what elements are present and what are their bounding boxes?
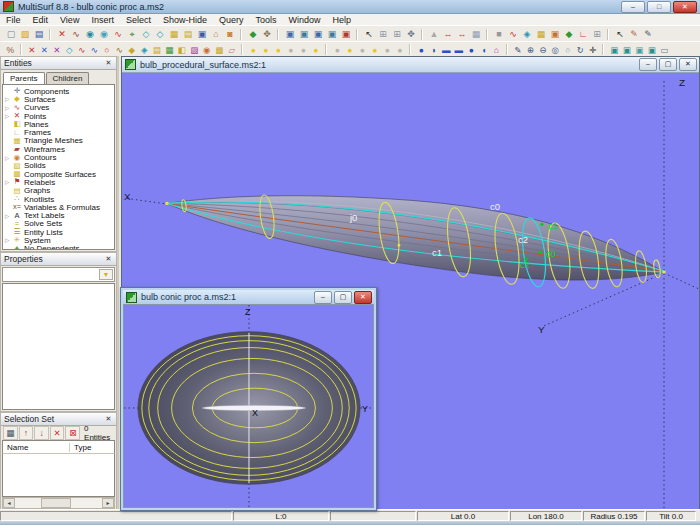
pan-view-icon[interactable]: ✛ bbox=[587, 43, 600, 56]
selection-move-down-icon[interactable]: ↓ bbox=[34, 426, 49, 440]
menu-item[interactable]: Window bbox=[282, 15, 326, 25]
front-view-restore-button[interactable]: ▢ bbox=[334, 291, 352, 304]
front-viewport[interactable]: Z X Y bbox=[123, 304, 374, 508]
bulb-group2-1-icon[interactable]: ● bbox=[331, 43, 344, 56]
show-all-bulb-icon[interactable]: ● bbox=[272, 43, 285, 56]
zoom-previous-icon[interactable]: ○ bbox=[562, 43, 575, 56]
insert-entity-icon[interactable]: ◆ bbox=[246, 28, 260, 41]
eye-point-icon[interactable]: ◉ bbox=[83, 28, 97, 41]
window-new-icon[interactable]: ▣ bbox=[646, 43, 659, 56]
select-grid-icon[interactable]: ⊞ bbox=[376, 28, 390, 41]
surface-cyan2-icon[interactable]: ◇ bbox=[153, 28, 167, 41]
menu-item[interactable]: Edit bbox=[27, 15, 55, 25]
pen-red-icon[interactable]: ✎ bbox=[627, 28, 641, 41]
arrows2-icon[interactable]: ↔ bbox=[455, 28, 469, 41]
expand-arrow-icon[interactable] bbox=[5, 105, 12, 111]
rotate-view-icon[interactable]: ↻ bbox=[574, 43, 587, 56]
menu-item[interactable]: Select bbox=[120, 15, 157, 25]
bulb-group2-4-icon[interactable]: ● bbox=[369, 43, 382, 56]
select-grid2-icon[interactable]: ⊞ bbox=[390, 28, 404, 41]
orange-box-icon[interactable]: ▣ bbox=[548, 28, 562, 41]
open-file-icon[interactable]: ▨ bbox=[18, 28, 32, 41]
tree-item[interactable]: ▤ Graphs bbox=[3, 187, 114, 195]
lamp-icon[interactable]: ◙ bbox=[223, 28, 237, 41]
zoom-out-icon[interactable]: ⊖ bbox=[537, 43, 550, 56]
selection-clear-icon[interactable]: ⊠ bbox=[65, 426, 80, 440]
bulb-group2-5-icon[interactable]: ● bbox=[381, 43, 394, 56]
expand-arrow-icon[interactable] bbox=[5, 213, 12, 219]
expand-arrow-icon[interactable] bbox=[5, 237, 12, 243]
window-tile-icon[interactable]: ▣ bbox=[621, 43, 634, 56]
window-4-icon[interactable]: ▣ bbox=[325, 28, 339, 41]
hide-bulb-icon[interactable]: ● bbox=[285, 43, 298, 56]
main-view-close-button[interactable]: ✕ bbox=[679, 58, 697, 71]
zoom-in-icon[interactable]: ⊕ bbox=[524, 43, 537, 56]
view-perspective-icon[interactable]: ● bbox=[415, 43, 428, 56]
column-header[interactable]: Type bbox=[70, 443, 91, 452]
grid3-icon[interactable]: ⊞ bbox=[590, 28, 604, 41]
scroll-right-icon[interactable]: ▸ bbox=[102, 498, 114, 508]
delete-entity-icon[interactable]: ✕ bbox=[55, 28, 69, 41]
window-3-icon[interactable]: ▣ bbox=[311, 28, 325, 41]
menu-item[interactable]: View bbox=[54, 15, 85, 25]
composite-tool-icon[interactable]: ▩ bbox=[213, 43, 226, 56]
solid-entity-icon[interactable]: ▣ bbox=[195, 28, 209, 41]
eye-point-alt-icon[interactable]: ◉ bbox=[97, 28, 111, 41]
pointer2-icon[interactable]: ↖ bbox=[613, 28, 627, 41]
cyan-gem-icon[interactable]: ◈ bbox=[520, 28, 534, 41]
yellow-mesh-icon[interactable]: ▦ bbox=[534, 28, 548, 41]
menu-item[interactable]: Tools bbox=[249, 15, 282, 25]
select-pointer-icon[interactable]: ↖ bbox=[362, 28, 376, 41]
fit-curve-icon[interactable]: ∿ bbox=[69, 28, 83, 41]
home-perspective-icon[interactable]: ⌂ bbox=[490, 43, 503, 56]
line-tool-icon[interactable]: ∿ bbox=[76, 43, 89, 56]
show-selected-bulb-icon[interactable]: ● bbox=[260, 43, 273, 56]
ccurve-tool-icon[interactable]: ◆ bbox=[126, 43, 139, 56]
window-2-icon[interactable]: ▣ bbox=[297, 28, 311, 41]
selection-move-up-icon[interactable]: ↑ bbox=[19, 426, 34, 440]
front-view-titlebar[interactable]: bulb conic proc a.ms2:1 – ▢ ✕ bbox=[123, 290, 374, 304]
message-window-icon[interactable]: ▭ bbox=[658, 43, 671, 56]
front-view-minimize-button[interactable]: – bbox=[314, 291, 332, 304]
main-view-restore-button[interactable]: ▢ bbox=[659, 58, 677, 71]
tree-item[interactable]: ✦ No Dependents bbox=[3, 245, 114, 250]
measure-icon[interactable]: ▲ bbox=[427, 28, 441, 41]
blend-surface-tool-icon[interactable]: ▦ bbox=[163, 43, 176, 56]
save-file-icon[interactable]: ▤ bbox=[32, 28, 46, 41]
ruled-surface-tool-icon[interactable]: ▤ bbox=[151, 43, 164, 56]
properties-close-icon[interactable]: ✕ bbox=[104, 255, 113, 263]
app-titlebar[interactable]: MultiSurf 8.8 - bulb conic proc a.ms2 – … bbox=[0, 0, 700, 14]
properties-name-field[interactable]: ▼ bbox=[2, 267, 115, 282]
point-tool-icon[interactable]: ✕ bbox=[26, 43, 39, 56]
snap-mode-icon[interactable]: ✥ bbox=[260, 28, 274, 41]
bulb-group2-3-icon[interactable]: ● bbox=[356, 43, 369, 56]
sheet-entity-icon[interactable]: ▤ bbox=[181, 28, 195, 41]
expand-arrow-icon[interactable] bbox=[5, 179, 12, 185]
column-header[interactable]: Name bbox=[3, 443, 70, 452]
eraser-tool-icon[interactable]: ▱ bbox=[226, 43, 239, 56]
mesh-entity-icon[interactable]: ▦ bbox=[167, 28, 181, 41]
arrows-icon[interactable]: ↔ bbox=[441, 28, 455, 41]
app-minimize-button[interactable]: – bbox=[621, 1, 645, 13]
view-back-icon[interactable]: ◖ bbox=[478, 43, 491, 56]
expand-arrow-icon[interactable] bbox=[5, 96, 12, 102]
select-multi-icon[interactable]: ✥ bbox=[404, 28, 418, 41]
app-close-button[interactable]: ✕ bbox=[673, 1, 697, 13]
view-side-icon[interactable]: ▬ bbox=[440, 43, 453, 56]
hide-selected-bulb-icon[interactable]: ● bbox=[297, 43, 310, 56]
green-gem-icon[interactable]: ◆ bbox=[562, 28, 576, 41]
bulb-group2-6-icon[interactable]: ● bbox=[394, 43, 407, 56]
surface-cyan-icon[interactable]: ◇ bbox=[139, 28, 153, 41]
snake-tool-icon[interactable]: ◈ bbox=[138, 43, 151, 56]
toggle-visibility-bulb-icon[interactable]: ● bbox=[310, 43, 323, 56]
contour-tool-icon[interactable]: ◉ bbox=[201, 43, 214, 56]
window-1-icon[interactable]: ▣ bbox=[283, 28, 297, 41]
magnet-tool-icon[interactable]: ✕ bbox=[51, 43, 64, 56]
menu-item[interactable]: Insert bbox=[85, 15, 120, 25]
menu-item[interactable]: Query bbox=[213, 15, 250, 25]
show-bulb-icon[interactable]: ● bbox=[247, 43, 260, 56]
edit-curve-icon[interactable]: ∿ bbox=[111, 28, 125, 41]
main-view-titlebar[interactable]: bulb_procedural_surface.ms2:1 – ▢ ✕ bbox=[122, 57, 699, 73]
render-pen-icon[interactable]: ✎ bbox=[512, 43, 525, 56]
revolution-surface-tool-icon[interactable]: ◧ bbox=[176, 43, 189, 56]
